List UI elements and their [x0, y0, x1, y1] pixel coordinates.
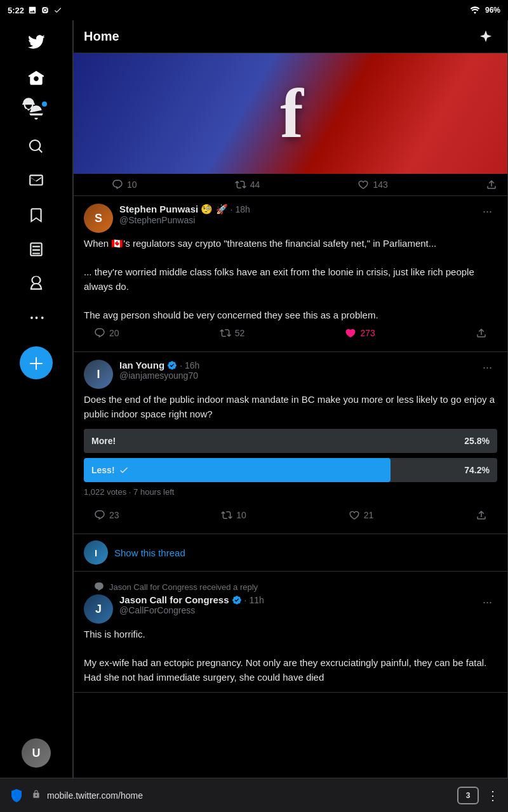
tweet-header-stephen: S Stephen Punwasi 🧐 🚀 · 18h @StephenPunw…	[84, 204, 497, 233]
reply-count-fb: 10	[127, 180, 137, 190]
tweet-handle-stephen: @StephenPunwasi	[119, 215, 471, 225]
tweet-header-jason: J Jason Call for Congress · 11h @CallFor…	[84, 594, 497, 624]
tweet-name-jason: Jason Call for Congress	[119, 594, 229, 605]
poll-option-more[interactable]: More! 25.8%	[84, 429, 497, 453]
thread-avatar: I	[84, 540, 108, 565]
shield-icon	[8, 787, 25, 804]
tweet-handle-jason: @CallForCongress	[119, 605, 471, 615]
share-button-stephen[interactable]	[476, 327, 487, 339]
user-avatar-button[interactable]: U	[22, 738, 51, 768]
tweet-body-ian: Does the end of the public indoor mask m…	[84, 393, 497, 421]
battery-level: 96%	[485, 6, 500, 15]
instagram-icon	[41, 6, 50, 15]
share-button-ian[interactable]	[476, 509, 487, 521]
tweet-actions-ian: 23 10 21	[84, 504, 497, 526]
browser-tabs-button[interactable]: 3	[457, 787, 479, 804]
retweet-button-fb[interactable]: 44	[235, 179, 260, 190]
browser-url[interactable]: mobile.twitter.com/home	[47, 790, 451, 801]
tweet-card-fb: f 10 44 143	[74, 53, 507, 196]
tweet-time-jason: 11h	[249, 595, 264, 605]
poll-info-ian: 1,022 votes · 7 hours left	[84, 487, 497, 497]
poll-ian: More! 25.8% Less! 74.2% 1,022 vote	[84, 429, 497, 497]
browser-bar: mobile.twitter.com/home 3 ⋮	[0, 778, 508, 812]
tweet-name-stephen: Stephen Punwasi 🧐 🚀	[119, 204, 228, 215]
tweet-body-stephen: When 🇨🇦's regulators say crypto "threate…	[84, 237, 497, 322]
retweet-button-ian[interactable]: 10	[221, 509, 246, 521]
tweet-more-stephen[interactable]: ···	[478, 204, 497, 219]
poll-label-less: Less!	[91, 465, 129, 475]
tweet-more-jason[interactable]: ···	[478, 594, 497, 610]
tweet-meta-ian: Ian Young · 16h @ianjamesyoung70	[119, 360, 471, 381]
header: Home	[74, 20, 507, 53]
retweet-count-fb: 44	[250, 180, 260, 190]
poll-pct-more: 25.8%	[464, 436, 490, 446]
sidebar-item-home[interactable]	[20, 62, 52, 94]
show-thread-row[interactable]: I Show this thread	[74, 534, 507, 572]
like-button-stephen[interactable]: 273	[345, 327, 375, 339]
checkmark-icon	[53, 6, 62, 15]
poll-label-more: More!	[91, 436, 116, 446]
wifi-icon	[470, 6, 480, 14]
avatar-stephen[interactable]: S	[84, 204, 113, 233]
sidebar-item-bookmarks[interactable]	[20, 199, 52, 231]
compose-button[interactable]	[20, 346, 53, 379]
tweet-meta-jason: Jason Call for Congress · 11h @CallForCo…	[119, 594, 471, 615]
reply-notification-jason: Jason Call for Congress received a reply	[84, 577, 497, 594]
status-bar: 5:22 96%	[0, 0, 508, 20]
reply-button-ian[interactable]: 23	[94, 509, 119, 521]
tweet-time-ian: 16h	[185, 360, 199, 370]
tweet-meta-stephen: Stephen Punwasi 🧐 🚀 · 18h @StephenPunwas…	[119, 204, 471, 225]
like-count-ian: 21	[364, 510, 374, 520]
sidebar-item-messages[interactable]	[20, 165, 52, 197]
tweet-more-ian[interactable]: ···	[478, 360, 497, 376]
status-time: 5:22	[8, 6, 24, 15]
like-button-ian[interactable]: 21	[349, 509, 374, 521]
retweet-button-stephen[interactable]: 52	[220, 327, 245, 339]
show-thread-text: Show this thread	[114, 547, 185, 558]
verified-badge-jason	[232, 595, 242, 605]
like-button-fb[interactable]: 143	[358, 179, 387, 190]
sidebar-item-profile[interactable]	[20, 268, 52, 299]
page-title: Home	[84, 29, 119, 44]
avatar-jason[interactable]: J	[84, 594, 113, 624]
tweet-card-stephen: S Stephen Punwasi 🧐 🚀 · 18h @StephenPunw…	[74, 196, 507, 352]
poll-pct-less: 74.2%	[464, 465, 490, 475]
reply-notif-text: Jason Call for Congress received a reply	[109, 582, 258, 592]
tweet-body-jason: This is horrific. My ex-wife had an ecto…	[84, 627, 497, 684]
sparkle-button[interactable]	[474, 25, 497, 48]
reply-button-fb[interactable]: 10	[112, 179, 137, 190]
tweet-card-jason: Jason Call for Congress received a reply…	[74, 572, 507, 693]
share-button-fb[interactable]	[486, 179, 497, 190]
like-count-stephen: 273	[360, 328, 375, 338]
tweet-card-ian: I Ian Young · 16h @ianjamesyoung70 ···	[74, 352, 507, 534]
photo-icon	[28, 6, 37, 15]
sidebar: U	[0, 20, 73, 778]
reply-button-stephen[interactable]: 20	[94, 327, 119, 339]
twitter-logo[interactable]	[21, 27, 51, 57]
tweet-time-stephen: 18h	[235, 204, 250, 214]
tweet-actions-fb: 10 44 143	[74, 174, 507, 195]
sidebar-item-search[interactable]	[20, 131, 52, 162]
tweet-actions-stephen: 20 52 273	[84, 322, 497, 344]
reply-count-ian: 23	[109, 510, 119, 520]
poll-option-less[interactable]: Less! 74.2%	[84, 458, 497, 482]
svg-point-0	[44, 9, 46, 11]
reply-count-stephen: 20	[109, 328, 119, 338]
sidebar-item-lists[interactable]	[20, 233, 52, 265]
verified-badge-ian	[167, 360, 177, 370]
notification-dot	[42, 102, 47, 107]
sidebar-item-notifications[interactable]	[20, 96, 52, 128]
tweet-header-ian: I Ian Young · 16h @ianjamesyoung70 ···	[84, 360, 497, 389]
retweet-count-ian: 10	[236, 510, 246, 520]
lock-icon	[32, 790, 41, 801]
tweet-image-fb[interactable]: f	[74, 53, 507, 174]
avatar-ian[interactable]: I	[84, 360, 113, 389]
main-content: Home f 10 44	[73, 20, 508, 778]
sidebar-item-more[interactable]	[20, 302, 52, 334]
browser-more-button[interactable]: ⋮	[485, 788, 500, 803]
tweets-container: f 10 44 143	[74, 53, 507, 705]
tweet-handle-ian: @ianjamesyoung70	[119, 370, 471, 381]
tweet-name-ian: Ian Young	[119, 360, 164, 370]
like-count-fb: 143	[373, 180, 387, 190]
retweet-count-stephen: 52	[235, 328, 245, 338]
